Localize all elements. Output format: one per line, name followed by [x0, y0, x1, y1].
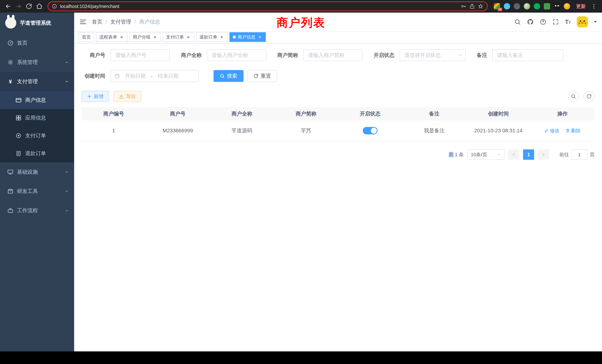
back-button[interactable] [3, 1, 13, 11]
top-navbar: 首页 / 支付管理 / 商户信息 [74, 13, 602, 31]
breadcrumb-payment[interactable]: 支付管理 [110, 18, 131, 25]
show-search-toggle-button[interactable] [568, 91, 579, 102]
sidebar-toggle-button[interactable] [79, 18, 87, 26]
tab-user-group[interactable]: 用户分组× [129, 32, 161, 42]
short-name-input[interactable] [303, 49, 363, 61]
extension-icon-green-circle[interactable] [534, 3, 540, 10]
reset-button[interactable]: 重置 [247, 70, 277, 82]
filter-full-name: 商户全称 [181, 49, 266, 61]
app-logo[interactable]: 芋道管理系统 [0, 13, 74, 33]
page-size-select[interactable]: 10条/页 [467, 149, 505, 160]
sidebar-item-home[interactable]: 首页 [0, 33, 74, 53]
address-bar[interactable]: localhost:1024/pay/merchant [47, 1, 488, 11]
tab-close-icon[interactable]: × [257, 34, 262, 40]
remark-input[interactable] [492, 49, 563, 61]
site-info-icon[interactable] [52, 4, 57, 9]
header-search-button[interactable] [514, 19, 521, 25]
sidebar-item-pay-order[interactable]: 支付订单 [0, 127, 74, 145]
chrome-menu-button[interactable] [589, 1, 599, 11]
sidebar-item-workflow[interactable]: 工作流程 [0, 201, 74, 220]
share-icon[interactable] [469, 3, 475, 9]
tab-close-icon[interactable]: × [186, 34, 191, 40]
back-icon [5, 3, 11, 10]
chevron-left-icon [511, 152, 516, 157]
chrome-update-button[interactable]: 更新 [573, 3, 589, 10]
tab-close-icon[interactable]: × [152, 34, 158, 40]
sidebar-item-infrastructure[interactable]: 基础设施 [0, 162, 74, 182]
search-button[interactable]: 搜索 [214, 70, 244, 82]
filter-status: 开启状态 [374, 49, 466, 61]
font-size-button[interactable]: TT [565, 19, 571, 25]
page-number-1[interactable]: 1 [523, 149, 534, 160]
github-button[interactable] [527, 18, 534, 25]
filter-short-name: 商户简称 [277, 49, 363, 61]
tab-pay-order[interactable]: 支付订单× [163, 32, 194, 42]
fullscreen-icon [552, 19, 559, 25]
add-button[interactable]: 新增 [82, 91, 109, 102]
merchant-no-input[interactable] [110, 49, 170, 61]
navbar-actions: TT [514, 16, 597, 27]
tab-close-icon[interactable]: × [119, 34, 124, 40]
delete-button[interactable]: 删除 [566, 128, 581, 134]
reload-button[interactable] [24, 1, 34, 11]
user-avatar[interactable] [577, 16, 588, 27]
breadcrumb-home[interactable]: 首页 [92, 18, 102, 25]
sidebar-item-app-info[interactable]: 应用信息 [0, 109, 74, 127]
download-icon [119, 94, 124, 99]
tab-home[interactable]: 首页 [79, 32, 94, 42]
extension-icon-avatar[interactable] [524, 3, 530, 10]
refresh-icon [254, 74, 258, 78]
sidebar-item-system[interactable]: 系统管理 [0, 53, 74, 72]
fullscreen-button[interactable] [552, 19, 559, 25]
help-button[interactable] [540, 19, 546, 25]
app-window: 芋道管理系统 首页 系统管理 ¥ 支付管理 商户信息 [0, 13, 602, 351]
date-range-picker[interactable]: - [110, 70, 199, 82]
dashboard-icon [7, 40, 13, 46]
extension-icon-green-book[interactable] [544, 3, 550, 10]
profile-avatar[interactable] [564, 3, 570, 10]
next-page-button[interactable] [538, 149, 549, 160]
grid-icon [16, 115, 22, 121]
prev-page-button[interactable] [508, 149, 519, 160]
pagination: 共 1 条 10条/页 1 前往 [82, 149, 595, 160]
edit-button[interactable]: 修改 [544, 128, 559, 134]
cell-merchant-no: M233666999 [146, 120, 210, 141]
extension-badge: 10 [497, 8, 502, 11]
gear-icon [7, 59, 13, 65]
desktop-strip [0, 351, 602, 364]
refresh-icon [586, 94, 592, 99]
full-name-input[interactable] [207, 49, 266, 61]
extension-icon-colorful[interactable]: 10 [494, 3, 500, 10]
chevron-down-icon [497, 152, 501, 157]
export-button[interactable]: 导出 [113, 91, 141, 102]
total-count: 共 1 条 [449, 151, 464, 158]
password-key-icon[interactable] [461, 3, 466, 9]
tab-process-form[interactable]: 流程表单× [96, 32, 128, 42]
sidebar-item-refund-order[interactable]: 退款订单 [0, 145, 74, 162]
forward-button[interactable] [13, 1, 24, 11]
refresh-table-button[interactable] [583, 91, 595, 102]
search-icon [220, 74, 225, 78]
sidebar-item-payment[interactable]: ¥ 支付管理 [0, 72, 74, 91]
extension-icon-tampermonkey[interactable] [554, 3, 560, 10]
end-date-input[interactable] [155, 73, 182, 79]
sidebar-item-merchant-info[interactable]: 商户信息 [0, 91, 74, 109]
home-button[interactable] [34, 1, 44, 11]
cell-id: 1 [82, 120, 146, 141]
start-date-input[interactable] [122, 73, 149, 79]
bookmark-star-icon[interactable] [478, 3, 483, 9]
extension-icon-blue[interactable] [504, 3, 510, 10]
extension-icon-gray[interactable] [514, 3, 520, 10]
tab-close-icon[interactable]: × [219, 34, 224, 40]
avatar-dropdown-caret[interactable] [594, 21, 597, 23]
tab-refund-order[interactable]: 退款订单× [196, 32, 228, 42]
monitor-icon [7, 169, 13, 175]
status-toggle[interactable] [363, 127, 377, 134]
status-select[interactable] [400, 49, 466, 61]
sidebar-item-dev-tools[interactable]: 研发工具 [0, 182, 74, 201]
toolbox-icon [7, 188, 13, 194]
goto-page-input[interactable] [571, 149, 588, 160]
breadcrumb: 首页 / 支付管理 / 商户信息 [92, 18, 160, 25]
tab-merchant-info[interactable]: 商户信息× [229, 32, 266, 42]
filter-row-2: 创建时间 - 搜索 [82, 70, 595, 82]
